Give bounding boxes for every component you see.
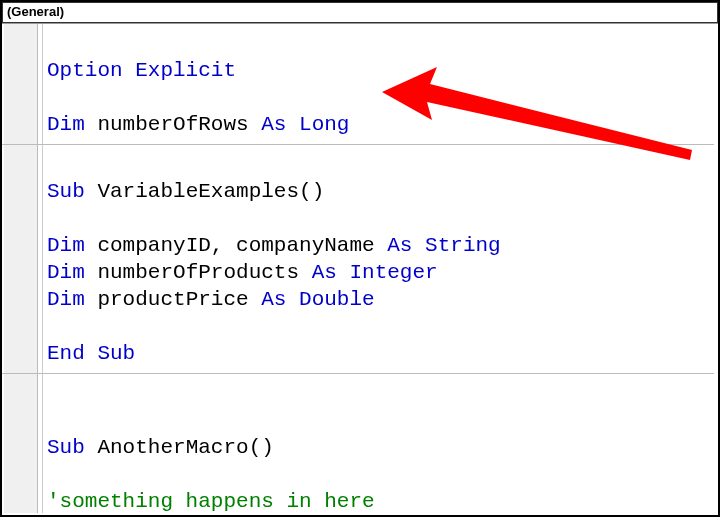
kw-as-integer: As Integer [312,261,438,284]
ident-productPrice: productPrice [85,288,261,311]
ident-numProducts: numberOfProducts [85,261,312,284]
kw-as-long: As Long [261,113,349,136]
kw-option-explicit: Option Explicit [47,59,236,82]
object-dropdown-bar: (General) [2,2,718,24]
kw-dim: Dim [47,261,85,284]
comment-line: 'something happens in here [47,490,375,513]
ident-numberOfRows: numberOfRows [85,113,261,136]
proc-divider-2 [2,373,714,374]
proc-divider-1 [2,144,714,145]
margin-divider [42,24,43,513]
code-margin [4,24,38,513]
ident-company: companyID, companyName [85,234,387,257]
kw-as-string: As String [387,234,500,257]
kw-dim: Dim [47,113,85,136]
kw-dim: Dim [47,288,85,311]
ident-sub-name-2: AnotherMacro() [85,436,274,459]
kw-as-double: As Double [261,288,374,311]
object-dropdown[interactable]: (General) [2,2,718,23]
kw-sub: Sub [47,436,85,459]
ident-sub-name-1: VariableExamples() [85,180,324,203]
code-editor[interactable]: Option Explicit Dim numberOfRows As Long… [47,30,714,511]
kw-end-sub-1: End Sub [47,342,135,365]
object-dropdown-selected: (General) [7,4,64,19]
kw-sub: Sub [47,180,85,203]
kw-dim: Dim [47,234,85,257]
